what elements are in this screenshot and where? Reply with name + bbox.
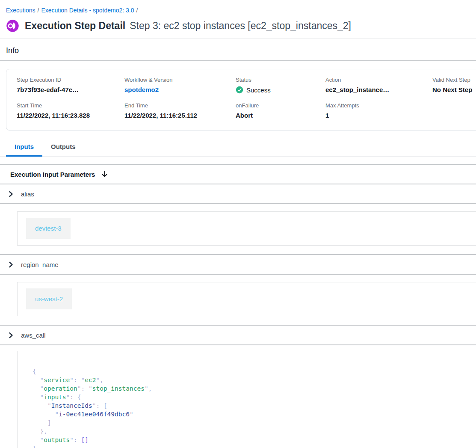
breadcrumb-link-execution-details[interactable]: Execution Details - spotdemo2: 3.0	[41, 7, 134, 14]
page-title: Execution Step Detail	[25, 20, 125, 32]
info-card: Step Execution ID 7b73f93e-edaf-47c… Wor…	[6, 69, 476, 131]
field-action: Action ec2_stop_instance…	[325, 77, 432, 94]
divider	[0, 344, 476, 345]
field-workflow-version: Workflow & Version spotdemo2	[124, 77, 236, 94]
field-onfailure: onFailure Abort	[236, 102, 325, 119]
check-circle-icon	[236, 86, 243, 94]
param-box-region-name: us-west-2	[17, 282, 476, 316]
section-region-name-label: region_name	[21, 261, 59, 268]
breadcrumb-link-executions[interactable]: Executions	[6, 7, 35, 14]
execution-input-parameters-title: Execution Input Parameters	[10, 171, 95, 178]
field-label: Max Attempts	[325, 102, 432, 109]
breadcrumb: Executions/Execution Details - spotdemo2…	[0, 0, 476, 14]
tab-inputs[interactable]: Inputs	[6, 139, 42, 157]
field-value: ec2_stop_instance…	[325, 86, 432, 93]
execution-input-parameters-header: Execution Input Parameters	[0, 165, 476, 184]
header-divider	[0, 39, 476, 39]
field-label: onFailure	[236, 102, 325, 109]
field-label: End Time	[124, 102, 236, 109]
field-value: 7b73f93e-edaf-47c…	[17, 86, 124, 93]
divider	[0, 203, 476, 204]
workflow-logo-icon	[6, 19, 19, 33]
info-heading: Info	[6, 46, 476, 55]
field-value: 11/22/2022, 11:16:25.112	[124, 112, 236, 119]
workflow-version-link[interactable]: spotdemo2	[124, 86, 236, 93]
field-max-attempts: Max Attempts 1	[325, 102, 432, 119]
section-aws-call-label: aws_call	[21, 332, 46, 339]
field-empty	[432, 102, 476, 119]
field-label: Step Execution ID	[17, 77, 124, 83]
execution-step-detail-page: Executions/Execution Details - spotdemo2…	[0, 0, 476, 448]
param-box-alias: devtest-3	[17, 211, 476, 246]
field-status: Status Success	[236, 77, 325, 94]
section-aws-call-header[interactable]: aws_call	[0, 326, 476, 344]
info-divider	[0, 60, 476, 61]
status-text: Success	[246, 86, 271, 94]
field-start-time: Start Time 11/22/2022, 11:16:23.828	[17, 102, 124, 119]
breadcrumb-separator: /	[35, 7, 41, 14]
field-value: No Next Step	[432, 86, 476, 93]
arrow-down-icon[interactable]	[101, 171, 108, 178]
field-label: Action	[325, 77, 432, 83]
field-label: Status	[236, 77, 325, 83]
aws-call-json-code: { "service": "ec2", "operation": "stop_i…	[18, 351, 476, 448]
field-value: Abort	[236, 112, 325, 119]
breadcrumb-separator: /	[134, 7, 140, 14]
field-label: Workflow & Version	[124, 77, 236, 83]
param-box-aws-call: { "service": "ec2", "operation": "stop_i…	[17, 351, 476, 448]
section-alias-label: alias	[21, 190, 34, 198]
alias-value-chip: devtest-3	[26, 218, 71, 239]
page-subtitle: Step 3: ec2 stop instances [ec2_stop_ins…	[130, 20, 351, 32]
field-value: 1	[325, 112, 432, 119]
field-end-time: End Time 11/22/2022, 11:16:25.112	[124, 102, 236, 119]
field-step-execution-id: Step Execution ID 7b73f93e-edaf-47c…	[17, 77, 124, 94]
tab-bar: Inputs Outputs	[0, 139, 476, 157]
tab-outputs[interactable]: Outputs	[42, 139, 84, 157]
chevron-right-icon	[9, 191, 13, 197]
chevron-right-icon	[9, 332, 13, 338]
field-value: 11/22/2022, 11:16:23.828	[17, 112, 124, 119]
region-name-value-chip: us-west-2	[26, 288, 72, 309]
page-header: Execution Step Detail Step 3: ec2 stop i…	[6, 19, 476, 33]
divider	[0, 274, 476, 275]
chevron-right-icon	[9, 261, 13, 268]
field-valid-next-step: Valid Next Step No Next Step	[432, 77, 476, 94]
section-region-name-header[interactable]: region_name	[0, 255, 476, 274]
section-alias-header[interactable]: alias	[0, 184, 476, 203]
field-label: Valid Next Step	[432, 77, 476, 83]
field-label: Start Time	[17, 102, 124, 109]
